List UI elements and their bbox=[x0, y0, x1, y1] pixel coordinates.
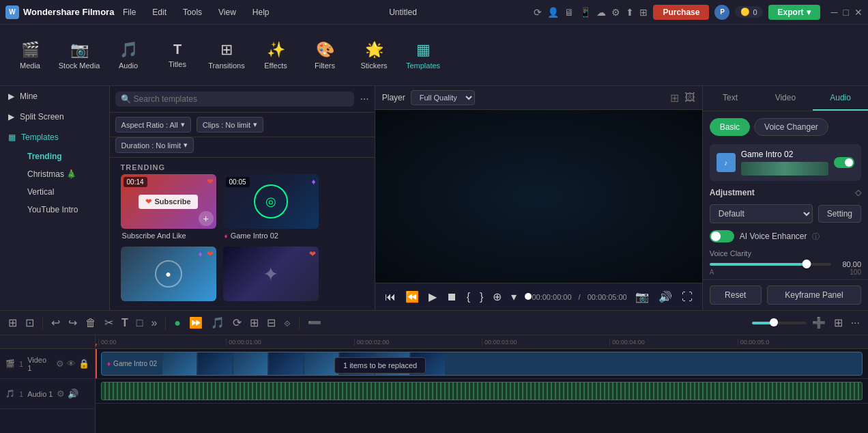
mark-out-button[interactable]: } bbox=[478, 290, 484, 305]
export-dropdown-icon[interactable]: ▾ bbox=[807, 8, 811, 17]
volume-button[interactable]: 🔊 bbox=[657, 289, 674, 305]
play-button[interactable]: ▶ bbox=[427, 289, 438, 305]
basic-tab[interactable]: Basic bbox=[710, 118, 750, 136]
track-settings-icon[interactable]: ⚙ bbox=[56, 359, 64, 369]
left-panel-split-screen[interactable]: ▶ Split Screen bbox=[0, 107, 109, 127]
quality-select[interactable]: Full Quality bbox=[411, 90, 475, 105]
sub-christmas[interactable]: Christmas 🎄 bbox=[19, 165, 109, 183]
timeline-cut[interactable]: ✂ bbox=[102, 315, 116, 331]
timeline-view-toggle[interactable]: ⊞ bbox=[5, 315, 20, 331]
settings-icon[interactable]: ⚙ bbox=[611, 7, 620, 18]
user-icon[interactable]: 👤 bbox=[547, 7, 559, 18]
sub-youtube-intro[interactable]: YouTube Intro bbox=[19, 201, 109, 219]
template-subscribe[interactable]: ❤ Subscribe 00:14 + ❤ Subscribe And Like bbox=[121, 174, 216, 240]
purchase-button[interactable]: Purchase bbox=[653, 5, 709, 20]
reset-button[interactable]: Reset bbox=[710, 285, 762, 305]
toolbar-filters[interactable]: 🎨 Filters bbox=[300, 28, 349, 83]
sub-trending[interactable]: Trending bbox=[19, 148, 109, 165]
ai-voice-toggle[interactable] bbox=[710, 230, 734, 242]
timeline-grid-options[interactable]: ⊞ bbox=[831, 315, 845, 331]
timeline-magnet[interactable]: ⊡ bbox=[23, 315, 37, 331]
timeline-more[interactable]: » bbox=[148, 316, 160, 331]
default-dropdown[interactable]: Default bbox=[710, 204, 813, 223]
timeline-sync[interactable]: ⟳ bbox=[230, 315, 244, 331]
track-lock-icon[interactable]: 🔒 bbox=[78, 359, 89, 369]
template-card-3[interactable]: ● ❤ ♦ bbox=[121, 247, 216, 301]
timeline-minus[interactable]: ➖ bbox=[305, 315, 324, 331]
audio-settings-icon[interactable]: ⚙ bbox=[57, 389, 65, 399]
timeline-ai[interactable]: ⟐ bbox=[281, 316, 293, 331]
timeline-text[interactable]: T bbox=[119, 316, 131, 331]
apps-icon[interactable]: ⊞ bbox=[639, 7, 648, 18]
snapshot-button[interactable]: 📷 bbox=[634, 289, 650, 305]
tl-zoom-slider[interactable] bbox=[752, 322, 807, 324]
close-button[interactable]: ✕ bbox=[854, 7, 863, 18]
tab-text[interactable]: Text bbox=[703, 86, 758, 111]
minimize-button[interactable]: ─ bbox=[831, 7, 838, 18]
menu-file[interactable]: File bbox=[120, 6, 139, 18]
keyframe-panel-button[interactable]: Keyframe Panel bbox=[767, 285, 861, 305]
cloud-icon[interactable]: ☁ bbox=[596, 7, 606, 18]
toolbar-stickers[interactable]: 🌟 Stickers bbox=[349, 28, 399, 83]
tab-video[interactable]: Video bbox=[758, 86, 813, 111]
template-game-intro[interactable]: ◎ 00:05 ♦ ♦ Game Intro 02 bbox=[223, 174, 319, 240]
toolbar-audio[interactable]: 🎵 Audio bbox=[104, 28, 153, 83]
menu-tools[interactable]: Tools bbox=[180, 6, 205, 18]
timeline-plus[interactable]: ➕ bbox=[809, 315, 828, 331]
timeline-undo[interactable]: ↩ bbox=[48, 315, 63, 331]
search-input[interactable] bbox=[134, 94, 349, 104]
timeline-redo[interactable]: ↪ bbox=[66, 315, 80, 331]
clips-filter[interactable]: Clips : No limit ▾ bbox=[197, 117, 263, 132]
timeline-green-dot[interactable]: ● bbox=[171, 316, 184, 331]
share-icon[interactable]: ⬆ bbox=[626, 7, 634, 18]
menu-help[interactable]: Help bbox=[250, 6, 272, 18]
export-button[interactable]: Export ▾ bbox=[768, 5, 820, 20]
monitor-icon[interactable]: 🖥 bbox=[564, 7, 574, 18]
toolbar-titles[interactable]: T Titles bbox=[153, 28, 202, 83]
toolbar-media[interactable]: 🎬 Media bbox=[5, 28, 55, 83]
tab-audio[interactable]: Audio bbox=[813, 86, 868, 111]
sync-icon[interactable]: ⟳ bbox=[534, 7, 542, 18]
more-controls-button[interactable]: ▾ bbox=[510, 289, 518, 305]
left-panel-mine[interactable]: ▶ Mine bbox=[0, 86, 109, 107]
timeline-layout[interactable]: ⊞ bbox=[247, 315, 261, 331]
toolbar-templates[interactable]: ▦ Templates bbox=[399, 28, 448, 83]
voice-clarity-track[interactable] bbox=[710, 263, 831, 266]
timeline-more-2[interactable]: ··· bbox=[848, 316, 863, 331]
timeline-delete[interactable]: 🗑 bbox=[83, 316, 99, 331]
left-panel-templates[interactable]: ▦ Templates bbox=[0, 127, 109, 148]
more-options-icon[interactable]: ··· bbox=[360, 93, 368, 105]
audio-clip[interactable] bbox=[101, 382, 863, 400]
search-input-wrap[interactable]: 🔍 bbox=[115, 92, 355, 107]
duration-filter[interactable]: Duration : No limit ▾ bbox=[115, 137, 194, 153]
maximize-button[interactable]: □ bbox=[843, 7, 849, 18]
rewind-button[interactable]: ⏮ bbox=[384, 290, 397, 305]
audio-toggle[interactable] bbox=[834, 157, 854, 168]
sub-vertical[interactable]: Vertical bbox=[19, 183, 109, 201]
grid-view-icon[interactable]: ⊞ bbox=[670, 92, 679, 104]
timeline-audio-sync[interactable]: 🎵 bbox=[208, 315, 227, 331]
setting-button[interactable]: Setting bbox=[818, 205, 861, 223]
timeline-detach[interactable]: ⊟ bbox=[264, 315, 278, 331]
video-clip[interactable]: ♦ Game Intro 02 bbox=[101, 352, 863, 376]
mark-in-button[interactable]: { bbox=[465, 290, 472, 305]
add-to-timeline-button[interactable]: ⊕ bbox=[491, 289, 503, 305]
template-card-4[interactable]: ✦ ❤ bbox=[223, 247, 319, 301]
track-eye-icon[interactable]: 👁 bbox=[67, 359, 76, 369]
voice-changer-tab[interactable]: Voice Changer bbox=[754, 118, 828, 136]
toolbar-effects[interactable]: ✨ Effects bbox=[251, 28, 300, 83]
stop-button[interactable]: ⏹ bbox=[445, 290, 459, 305]
fullscreen-button[interactable]: ⛶ bbox=[680, 290, 694, 305]
step-back-button[interactable]: ⏪ bbox=[404, 289, 420, 305]
mobile-icon[interactable]: 📱 bbox=[579, 7, 591, 18]
audio-volume-icon[interactable]: 🔊 bbox=[68, 389, 78, 399]
aspect-ratio-filter[interactable]: Aspect Ratio : All ▾ bbox=[115, 117, 191, 132]
timeline-crop[interactable]: □ bbox=[134, 316, 146, 331]
menu-view[interactable]: View bbox=[216, 6, 239, 18]
toolbar-stock-media[interactable]: 📷 Stock Media bbox=[55, 28, 104, 83]
snapshot-icon[interactable]: 🖼 bbox=[684, 92, 695, 104]
subscribe-add-button[interactable]: + bbox=[199, 211, 214, 226]
ai-voice-info-icon[interactable]: ⓘ bbox=[812, 232, 820, 242]
menu-edit[interactable]: Edit bbox=[149, 6, 169, 18]
toolbar-transitions[interactable]: ⊞ Transitions bbox=[202, 28, 251, 83]
